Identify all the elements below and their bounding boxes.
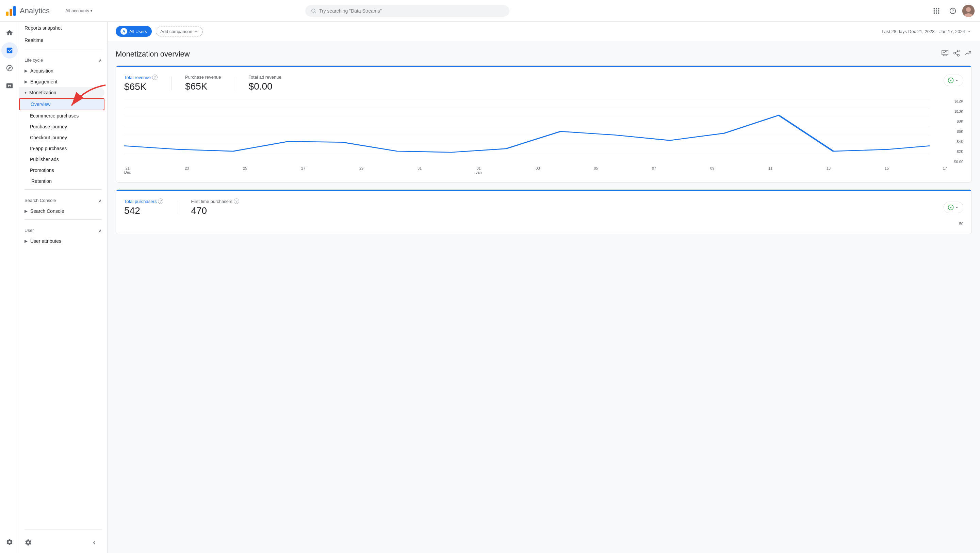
account-selector[interactable]: All accounts ▾ xyxy=(65,8,92,13)
edit-chart-button[interactable] xyxy=(941,49,949,59)
add-comparison-label: Add comparison xyxy=(160,29,192,34)
plus-icon xyxy=(194,29,198,34)
x-label-11: 11 xyxy=(768,166,772,174)
svg-text:?: ? xyxy=(952,8,954,13)
sidebar-item-purchase-journey[interactable]: Purchase journey xyxy=(19,121,105,132)
sidebar-divider-4 xyxy=(24,529,102,530)
searchconsole-collapse-icon: ∧ xyxy=(99,198,102,203)
all-users-button[interactable]: A All Users xyxy=(116,26,152,37)
sidebar-item-publisher-ads[interactable]: Publisher ads xyxy=(19,154,105,165)
svg-rect-10 xyxy=(938,10,940,11)
inapp-purchases-label: In-app purchases xyxy=(30,146,67,151)
sidebar-item-engagement[interactable]: ▶ Engagement xyxy=(19,76,105,87)
sidebar-item-searchconsole[interactable]: ▶ Search Console xyxy=(19,206,105,217)
svg-rect-0 xyxy=(6,11,8,16)
svg-rect-8 xyxy=(934,10,935,11)
x-label-15: 15 xyxy=(885,166,889,174)
sidebar-item-overview[interactable]: Overview xyxy=(19,98,105,110)
rail-explore[interactable] xyxy=(2,60,18,76)
sidebar-collapse-button[interactable] xyxy=(87,535,102,550)
rail-reports[interactable] xyxy=(2,42,18,59)
trend-button[interactable] xyxy=(964,49,972,59)
check-circle-icon xyxy=(947,77,954,84)
y-label-0: $0.00 xyxy=(947,160,963,164)
sidebar-divider-1 xyxy=(24,49,102,49)
home-icon xyxy=(6,29,13,37)
icon-rail xyxy=(0,22,19,553)
sidebar-item-user-attributes[interactable]: ▶ User attributes xyxy=(19,236,105,247)
svg-rect-19 xyxy=(942,50,948,55)
monetization-label: Monetization xyxy=(29,90,56,96)
reports-snapshot-label: Reports snapshot xyxy=(24,25,62,31)
avatar-image xyxy=(962,5,975,17)
total-ad-revenue-label: Total ad revenue xyxy=(249,75,282,80)
svg-rect-12 xyxy=(936,12,937,14)
all-users-initial: A xyxy=(121,28,127,35)
sidebar-item-inapp-purchases[interactable]: In-app purchases xyxy=(19,143,105,154)
total-ad-revenue-value: $0.00 xyxy=(249,81,282,92)
sidebar-item-ecommerce[interactable]: Ecommerce purchases xyxy=(19,110,105,121)
sidebar-item-retention[interactable]: Retention xyxy=(19,176,105,186)
purchase-journey-label: Purchase journey xyxy=(30,124,67,129)
svg-rect-7 xyxy=(938,8,940,9)
rail-advertising[interactable] xyxy=(2,78,18,94)
rail-settings[interactable] xyxy=(2,534,18,550)
metric-separator-2 xyxy=(235,76,235,90)
sidebar-item-checkout-journey[interactable]: Checkout journey xyxy=(19,132,105,143)
y-label-12k: $12K xyxy=(947,99,963,103)
apps-button[interactable] xyxy=(930,4,943,18)
engagement-arrow-icon: ▶ xyxy=(24,79,27,84)
engagement-label: Engagement xyxy=(30,79,57,84)
help-button[interactable]: ? xyxy=(946,4,959,18)
chart-x-labels: 21Dec 23 25 27 29 31 01Jan 03 05 07 09 1… xyxy=(124,165,963,174)
overview-label: Overview xyxy=(30,102,50,107)
sidebar-item-monetization[interactable]: ▾ Monetization xyxy=(19,87,105,98)
search-input[interactable] xyxy=(319,8,504,14)
searchconsole-section-header[interactable]: Search Console ∧ xyxy=(19,195,107,206)
y-label-4k: $4K xyxy=(947,140,963,144)
monetization-arrow-icon: ▾ xyxy=(24,90,27,95)
lifecycle-collapse-icon: ∧ xyxy=(99,58,102,63)
search-bar[interactable] xyxy=(305,5,509,17)
account-chevron-icon: ▾ xyxy=(91,9,92,13)
revenue-card: Total revenue ? $65K Purchase revenue $6… xyxy=(116,65,972,183)
first-time-purchasers-info-icon[interactable]: ? xyxy=(234,199,239,204)
total-revenue-value: $65K xyxy=(124,81,158,92)
date-range-selector[interactable]: Last 28 days Dec 21, 2023 – Jan 17, 2024 xyxy=(882,29,972,34)
ecommerce-label: Ecommerce purchases xyxy=(30,113,79,118)
sidebar-item-realtime[interactable]: Realtime xyxy=(19,34,105,46)
page-title-row: Monetization overview xyxy=(116,49,972,59)
share-button[interactable] xyxy=(953,49,960,59)
apps-icon xyxy=(933,7,940,14)
svg-line-24 xyxy=(956,51,958,53)
purchasers-check-circle-icon xyxy=(947,204,954,211)
x-label-07: 07 xyxy=(652,166,656,174)
svg-rect-9 xyxy=(936,10,937,11)
searchconsole-label: Search Console xyxy=(30,209,64,214)
add-comparison-button[interactable]: Add comparison xyxy=(156,27,203,37)
user-avatar[interactable] xyxy=(962,5,975,17)
rail-home[interactable] xyxy=(2,24,18,41)
sidebar-settings-button[interactable] xyxy=(24,536,32,550)
sidebar-divider-3 xyxy=(24,219,102,220)
purchasers-separator xyxy=(177,201,177,214)
total-purchasers-info-icon[interactable]: ? xyxy=(158,199,163,204)
purchasers-dropdown-chevron-icon xyxy=(954,205,959,210)
purchasers-check-dropdown[interactable] xyxy=(943,202,963,213)
revenue-check-dropdown[interactable] xyxy=(943,75,963,86)
revenue-card-actions xyxy=(943,75,963,86)
user-section-header[interactable]: User ∧ xyxy=(19,225,107,236)
acquisition-arrow-icon: ▶ xyxy=(24,69,27,73)
lifecycle-section-header[interactable]: Life cycle ∧ xyxy=(19,55,107,65)
purchase-revenue-metric: Purchase revenue $65K xyxy=(185,75,221,92)
sidebar-section-lifecycle: Life cycle ∧ ▶ Acquisition ▶ Engagement … xyxy=(19,55,107,186)
sidebar-item-reports-snapshot[interactable]: Reports snapshot xyxy=(19,22,105,34)
svg-point-3 xyxy=(312,9,315,12)
first-time-purchasers-value: 470 xyxy=(191,206,239,216)
sidebar-item-promotions[interactable]: Promotions xyxy=(19,165,105,176)
x-label-25: 25 xyxy=(243,166,247,174)
sidebar-item-acquisition[interactable]: ▶ Acquisition xyxy=(19,65,105,76)
x-label-03: 03 xyxy=(536,166,540,174)
total-revenue-info-icon[interactable]: ? xyxy=(152,75,158,80)
date-range-detail: Dec 21, 2023 – Jan 17, 2024 xyxy=(908,29,965,34)
